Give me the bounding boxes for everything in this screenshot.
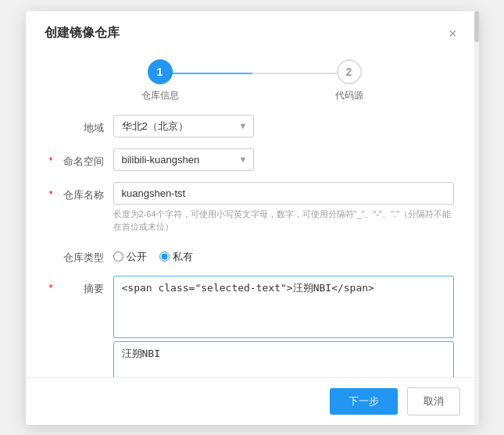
reponame-row: 仓库名称 长度为2-64个字符，可使用小写英文字母，数字，可使用分隔符"_"、"…	[51, 182, 454, 234]
namespace-control: bilibili-kuangshen ▼	[113, 148, 454, 171]
summary-label: 摘要	[51, 276, 113, 296]
dialog-overlay: 创建镜像仓库 × 1 仓库信息 2 代码源 地域	[0, 0, 504, 435]
summary-textarea[interactable]: 汪朔NBI	[113, 341, 454, 377]
namespace-label: 命名空间	[51, 148, 113, 169]
repotype-private-radio[interactable]	[159, 251, 170, 262]
namespace-row: 命名空间 bilibili-kuangshen ▼	[51, 148, 454, 171]
reponame-hint: 长度为2-64个字符，可使用小写英文字母，数字，可使用分隔符"_"、"-"、".…	[113, 208, 454, 234]
repotype-public-option[interactable]: 公开	[113, 250, 147, 264]
summary-row: 摘要 <span class="selected-text">汪朔NBI</sp…	[51, 276, 454, 377]
repotype-row: 仓库类型 公开 私有	[51, 244, 454, 265]
region-label: 地域	[51, 115, 113, 135]
step-2-circle: 2	[337, 59, 362, 84]
namespace-select-wrapper: bilibili-kuangshen ▼	[113, 148, 254, 171]
step-2-label: 代码源	[335, 89, 363, 102]
cancel-button[interactable]: 取消	[407, 387, 460, 415]
dialog-header: 创建镜像仓库 ×	[26, 11, 479, 44]
summary-control: <span class="selected-text">汪朔NBI</span>…	[113, 276, 454, 377]
next-button[interactable]: 下一步	[330, 388, 398, 415]
dialog: 创建镜像仓库 × 1 仓库信息 2 代码源 地域	[26, 11, 479, 425]
repotype-private-label: 私有	[173, 250, 193, 264]
repotype-private-option[interactable]: 私有	[159, 250, 193, 264]
region-control: 华北2（北京） ▼	[113, 115, 454, 137]
close-button[interactable]: ×	[445, 23, 460, 44]
scrollbar-thumb[interactable]	[474, 11, 479, 42]
reponame-label: 仓库名称	[51, 182, 113, 202]
step-1-circle: 1	[148, 59, 173, 84]
dialog-footer: 下一步 取消	[26, 377, 479, 425]
repotype-radio-group: 公开 私有	[113, 244, 454, 264]
region-select[interactable]: 华北2（北京）	[113, 115, 254, 137]
region-row: 地域 华北2（北京） ▼	[51, 115, 454, 137]
step-2: 2 代码源	[335, 59, 363, 102]
stepper: 1 仓库信息 2 代码源	[26, 44, 479, 115]
step-1-label: 仓库信息	[141, 89, 179, 102]
repotype-public-label: 公开	[127, 250, 147, 264]
namespace-select[interactable]: bilibili-kuangshen	[113, 148, 254, 171]
dialog-body: 地域 华北2（北京） ▼ 命名空间 bilibili-kuan	[26, 115, 479, 377]
repotype-public-radio[interactable]	[113, 251, 123, 262]
repotype-control: 公开 私有	[113, 244, 454, 264]
repotype-label: 仓库类型	[51, 244, 113, 265]
step-1: 1 仓库信息	[141, 59, 179, 102]
region-select-wrapper: 华北2（北京） ▼	[113, 115, 254, 137]
reponame-input[interactable]	[113, 182, 454, 205]
reponame-control: 长度为2-64个字符，可使用小写英文字母，数字，可使用分隔符"_"、"-"、".…	[113, 182, 454, 234]
dialog-title: 创建镜像仓库	[45, 25, 120, 41]
summary-textarea[interactable]: <span class="selected-text">汪朔NBI</span>	[113, 276, 454, 338]
